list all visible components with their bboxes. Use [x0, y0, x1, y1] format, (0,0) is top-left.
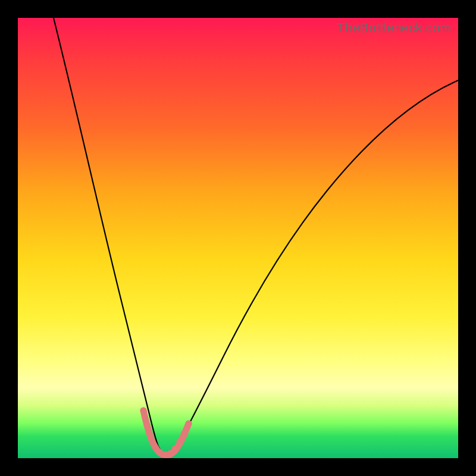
svg-point-6	[167, 450, 174, 457]
svg-point-3	[152, 443, 158, 450]
svg-point-9	[181, 430, 188, 437]
svg-point-7	[172, 446, 178, 452]
svg-point-0	[140, 408, 147, 414]
svg-point-2	[148, 434, 154, 440]
svg-point-10	[186, 421, 192, 427]
chart-frame: TheBottleneck.com	[0, 0, 476, 476]
svg-point-8	[177, 439, 183, 445]
plot-area: TheBottleneck.com	[18, 18, 458, 458]
bottleneck-curve	[54, 18, 458, 454]
svg-point-1	[144, 422, 151, 428]
curve-layer	[18, 18, 458, 458]
